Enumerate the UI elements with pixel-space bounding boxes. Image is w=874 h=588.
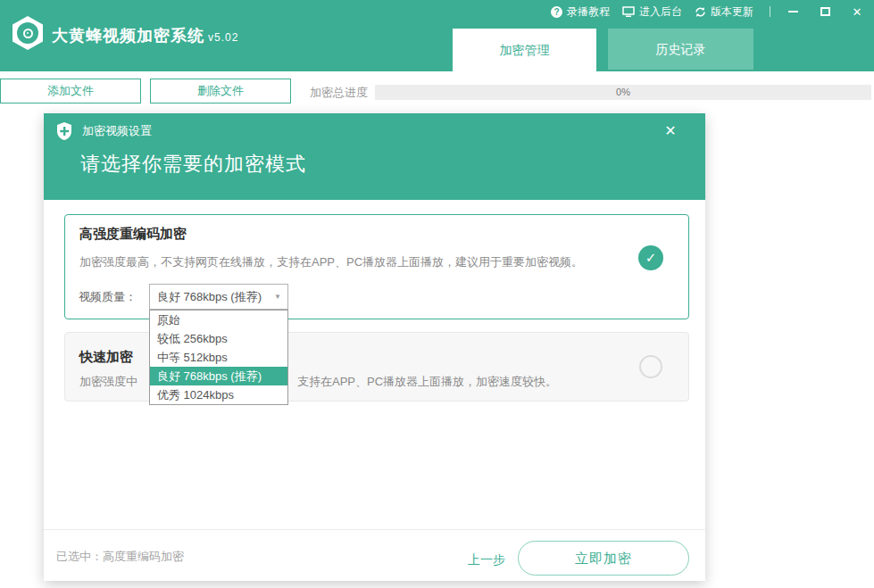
titlebar-separator [770, 6, 770, 17]
dropdown-option-original[interactable]: 原始 [150, 311, 287, 329]
encrypt-now-button[interactable]: 立即加密 [518, 541, 689, 576]
option-fast-title: 快速加密 [79, 349, 133, 366]
backend-link[interactable]: 进入后台 [622, 4, 682, 20]
delete-file-button[interactable]: 删除文件 [150, 79, 291, 104]
close-icon: ✕ [853, 5, 862, 19]
progress-label: 加密总进度 [310, 85, 368, 101]
titlebar: 大黄蜂视频加密系统v5.02 ? 录播教程 进入后台 [0, 0, 874, 71]
app-title-text: 大黄蜂视频加密系统 [52, 27, 204, 45]
shield-plus-icon [55, 121, 73, 141]
dialog-header: 加密视频设置 ✕ 请选择你需要的加密模式 [44, 113, 705, 200]
dropdown-option-256kbps[interactable]: 较低 256kbps [150, 329, 287, 348]
video-quality-value: 良好 768kbps (推荐) [157, 290, 262, 303]
option-fast-description-right: 支持在APP、PC播放器上面播放，加密速度较快。 [297, 374, 557, 390]
option-fast-description-left: 加密强度中 [79, 374, 137, 390]
selected-mode-text: 已选中：高度重编码加密 [56, 549, 184, 565]
dialog-heading: 请选择你需要的加密模式 [80, 151, 306, 178]
minimize-icon [788, 11, 798, 12]
tab-encrypt-manage[interactable]: 加密管理 [453, 29, 596, 71]
monitor-icon [622, 6, 635, 18]
close-button[interactable]: ✕ [847, 4, 867, 20]
add-file-button[interactable]: 添加文件 [0, 79, 141, 104]
video-quality-dropdown: 原始 较低 256kbps 中等 512kbps 良好 768kbps (推荐)… [149, 310, 288, 405]
video-quality-label: 视频质量： [79, 289, 137, 305]
tutorial-link[interactable]: ? 录播教程 [551, 4, 610, 20]
progress-value: 0% [375, 85, 871, 100]
encrypt-settings-dialog: 加密视频设置 ✕ 请选择你需要的加密模式 高强度重编码加密 加密强度最高，不支持… [44, 113, 705, 581]
back-step-button[interactable]: 上一步 [468, 552, 505, 568]
dropdown-option-1024kbps[interactable]: 优秀 1024kbps [150, 385, 287, 404]
video-quality-select[interactable]: 良好 768kbps (推荐) ▼ [149, 284, 288, 310]
help-icon: ? [551, 6, 562, 18]
app-version: v5.02 [208, 31, 238, 44]
backend-label: 进入后台 [639, 4, 682, 20]
tab-history[interactable]: 历史记录 [608, 29, 753, 70]
titlebar-actions: ? 录播教程 进入后台 版本更新 [551, 0, 867, 23]
app-logo-icon [12, 16, 43, 50]
minimize-button[interactable] [783, 4, 803, 20]
option-fast-radio[interactable] [639, 355, 662, 378]
total-progress-bar: 0% [375, 85, 871, 100]
option-strong-selected-check-icon[interactable]: ✓ [638, 245, 663, 270]
update-link[interactable]: 版本更新 [695, 4, 753, 20]
maximize-button[interactable] [815, 4, 835, 20]
update-label: 版本更新 [711, 4, 753, 20]
dialog-title: 加密视频设置 [82, 123, 152, 139]
dropdown-option-768kbps[interactable]: 良好 768kbps (推荐) [150, 367, 287, 385]
refresh-icon [695, 6, 706, 18]
dropdown-option-512kbps[interactable]: 中等 512kbps [150, 348, 287, 367]
app-title: 大黄蜂视频加密系统v5.02 [52, 25, 238, 46]
maximize-icon [820, 7, 830, 16]
option-strong-title: 高强度重编码加密 [79, 226, 187, 243]
dialog-close-button[interactable]: ✕ [660, 120, 681, 142]
chevron-down-icon: ▼ [274, 285, 281, 309]
option-strong-description: 加密强度最高，不支持网页在线播放，支持在APP、PC播放器上面播放，建议用于重要… [79, 254, 583, 270]
footer-divider [44, 529, 705, 530]
tutorial-label: 录播教程 [567, 4, 610, 20]
app-window: 大黄蜂视频加密系统v5.02 ? 录播教程 进入后台 [0, 0, 874, 588]
